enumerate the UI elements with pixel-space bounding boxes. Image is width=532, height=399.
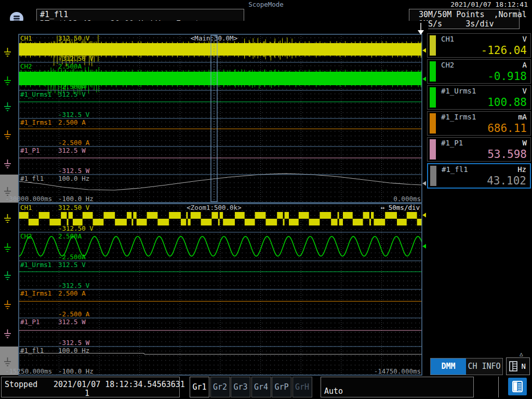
zoom-scale-top: 2.500 A: [58, 289, 86, 297]
main-scale-top: 2.500A: [58, 62, 82, 70]
measurement-name: CH1: [441, 35, 454, 43]
measurement-unit: W: [523, 139, 527, 147]
measurement-name: #1_P1: [441, 139, 463, 147]
zoom-scale-top: 100.0 Hz: [58, 347, 89, 354]
main-window: CH1312.50 V-312.50 VCH22.500A-2.500A#1_U…: [0, 34, 426, 203]
measurement-unit: V: [523, 35, 527, 43]
channel-color-bar: [430, 139, 436, 159]
measurement-name: #1_Urms1: [441, 87, 476, 95]
zoom-time-right: -14750.000ms: [374, 367, 421, 375]
scope-screen: ScopeMode 2021/01/07 18:12:41 MENU #1_fl…: [0, 0, 532, 399]
channel-color-bar: [430, 166, 436, 186]
main-channel-name: CH2: [20, 62, 32, 70]
main-time-right: 0.000ms: [393, 195, 421, 203]
channel-color-bar: [430, 35, 436, 56]
side-panel-icon: [512, 380, 523, 393]
zoom-channel-name: #1_Irms1: [20, 289, 51, 297]
main-channel-name: #1_Irms1: [20, 118, 51, 126]
measurement-unit: V: [523, 87, 527, 95]
measurement-value: 100.88: [487, 96, 527, 109]
main-scale-top: 2.500 A: [58, 118, 86, 126]
measurement-row-#1_Irms1[interactable]: #1_Irms1mA686.11: [427, 111, 531, 136]
acquisition-count: 1: [85, 389, 89, 398]
main-scale-bottom: -100.0 Hz: [58, 195, 94, 203]
main-time-left: -30000.000ms: [5, 195, 52, 203]
numeric-list-label: N: [522, 362, 526, 370]
zoom-timebase-label: ↔ 50ms/div: [381, 204, 420, 211]
collapse-triangle-icon[interactable]: △: [520, 351, 523, 357]
zoom-scale-top: 312.5 W: [58, 318, 86, 326]
list-panel-icon: [509, 361, 518, 373]
record-length-label: 30M/50M Points ,Normal: [419, 10, 519, 19]
channel-color-bar: [430, 113, 436, 134]
main-scale-top: 100.0 Hz: [58, 175, 89, 182]
main-channel-name: #1_Urms1: [20, 90, 51, 98]
zoom-scale-bottom: -2.500 A: [58, 310, 90, 318]
zoom-scale-bottom: -2.500A: [58, 253, 86, 261]
datetime-label: 2021/01/07 18:12:41: [450, 1, 528, 8]
measurement-name: #1_fl1: [442, 165, 468, 174]
selected-channel-name: #1_fl1: [40, 10, 244, 19]
side-panel-toggle-button[interactable]: [508, 378, 527, 395]
zoom-scale-bottom: -312.5 V: [58, 282, 90, 289]
measurement-row-CH2[interactable]: CH2A-0.918: [427, 59, 531, 84]
run-status-label: Stopped: [5, 380, 37, 389]
zoom-window: CH1312.50 V-312.50 VCH22.500A-2.500A#1_U…: [0, 204, 426, 375]
main-scale-bottom: -2.500A: [58, 83, 86, 90]
measurement-row-#1_fl1[interactable]: #1_fl1Hz43.102: [427, 163, 531, 189]
measurement-unit: mA: [518, 113, 527, 121]
zoom-channel-name: #1_Urms1: [20, 261, 51, 269]
main-scale-top: 312.5 V: [58, 90, 86, 98]
measurement-value: 53.598: [487, 148, 527, 161]
measurement-value: 43.102: [487, 175, 526, 187]
zoom-channel-name: #1_P1: [20, 318, 40, 326]
measurement-value: -0.918: [487, 70, 527, 83]
main-scale-top: 312.50 V: [58, 34, 90, 42]
measurement-name: #1_Irms1: [441, 113, 476, 121]
main-scale-bottom: -2.500 A: [58, 139, 90, 147]
zoom-scale-bottom: -312.5 W: [58, 339, 90, 347]
zoom-scale-top: 2.500A: [58, 232, 82, 240]
channel-color-bar: [430, 61, 436, 82]
zoom-channel-name: CH2: [20, 232, 32, 240]
zoom-scale-top: 312.50 V: [58, 204, 90, 211]
zoom-channel-name: #1_fl1: [20, 347, 44, 354]
group-tab-Gr4[interactable]: Gr4: [251, 377, 271, 397]
ch-info-button[interactable]: CH INFO: [466, 358, 502, 375]
group-tab-GrP[interactable]: GrP: [272, 377, 291, 397]
trigger-mode-label: Auto: [324, 387, 343, 396]
group-tab-Gr3[interactable]: Gr3: [231, 377, 250, 397]
main-scale-bottom: -312.50 V: [58, 55, 94, 62]
main-scale-bottom: -312.5 V: [58, 111, 90, 118]
group-tab-Gr1[interactable]: Gr1: [190, 377, 209, 397]
dmm-button[interactable]: DMM: [431, 358, 466, 375]
main-channel-name: #1_P1: [20, 147, 40, 154]
zoom-scale-bottom: -100.0 Hz: [58, 367, 94, 375]
panel-switch-group: DMM CH INFO: [430, 358, 503, 375]
measurement-unit: A: [523, 61, 527, 69]
measurement-unit: Hz: [517, 165, 526, 174]
group-tab-Gr2[interactable]: Gr2: [210, 377, 230, 397]
measurement-row-#1_P1[interactable]: #1_P1W53.598: [427, 137, 531, 162]
main-channel-name: #1_fl1: [20, 175, 44, 182]
sample-rate-label: 1MS/s 3s/div: [419, 19, 519, 29]
acquisition-status-box: Stopped 2021/01/07 18:12:34.54563631 1: [1, 377, 180, 397]
main-scale-top: 312.5 W: [58, 147, 86, 154]
measurement-value: -126.04: [481, 44, 527, 57]
measurement-value: 686.11: [487, 122, 527, 135]
numeric-list-button[interactable]: N: [506, 357, 530, 375]
measurement-row-CH1[interactable]: CH1V-126.04: [427, 33, 531, 58]
group-tab-GrH[interactable]: GrH: [292, 377, 312, 397]
waveform-display: CH1312.50 V-312.50 VCH22.500A-2.500A#1_U…: [0, 21, 428, 376]
zoom-scale-bottom: -312.50 V: [58, 224, 94, 232]
zoom-channel-name: CH1: [20, 204, 32, 211]
bottom-bar-divider: [498, 377, 499, 397]
measurement-row-#1_Urms1[interactable]: #1_Urms1V100.88: [427, 85, 531, 110]
measurement-name: CH2: [441, 61, 454, 69]
main-channel-name: CH1: [20, 34, 32, 42]
zoom-scale-top: 312.5 V: [58, 261, 86, 269]
trigger-mode-box[interactable]: Auto: [321, 377, 474, 397]
zoom-time-left: -15250.000ms: [5, 367, 52, 375]
main-scale-bottom: -312.5 W: [58, 167, 90, 175]
trigger-timestamp: 2021/01/07 18:12:34.54563631: [54, 380, 185, 389]
